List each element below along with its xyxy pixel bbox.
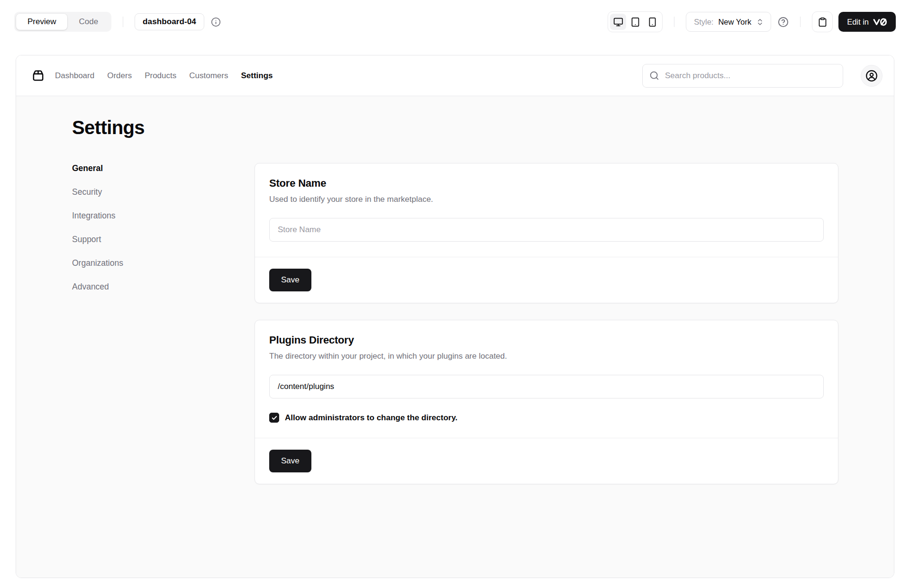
circle-user-icon bbox=[865, 70, 878, 82]
app-header: Dashboard Orders Products Customers Sett… bbox=[16, 55, 894, 96]
store-name-input[interactable] bbox=[269, 218, 824, 242]
block-name-badge: dashboard-04 bbox=[135, 13, 204, 30]
edit-in-v0-button[interactable]: Edit in bbox=[838, 12, 896, 32]
card-title: Store Name bbox=[269, 177, 824, 190]
style-value: New York bbox=[718, 18, 751, 27]
settings-cards: Store Name Used to identify your store i… bbox=[255, 163, 838, 484]
toolbar-divider bbox=[800, 17, 801, 27]
nav-item-dashboard[interactable]: Dashboard bbox=[55, 71, 94, 81]
preview-toolbar: Preview Code dashboard-04 bbox=[14, 11, 896, 32]
tablet-view-button[interactable] bbox=[627, 14, 643, 30]
plugins-directory-card: Plugins Directory The directory within y… bbox=[255, 320, 838, 484]
sidebar-item-support[interactable]: Support bbox=[72, 234, 255, 245]
view-toggle: Preview Code bbox=[14, 12, 111, 32]
block-info-button[interactable] bbox=[211, 17, 221, 27]
mobile-view-button[interactable] bbox=[644, 14, 660, 30]
clipboard-icon bbox=[818, 17, 828, 27]
device-size-toggle bbox=[608, 11, 663, 32]
card-footer: Save bbox=[255, 438, 838, 484]
sidebar-item-advanced[interactable]: Advanced bbox=[72, 281, 255, 292]
sidebar-item-integrations[interactable]: Integrations bbox=[72, 210, 255, 221]
nav-item-products[interactable]: Products bbox=[145, 71, 176, 81]
store-name-card: Store Name Used to identify your store i… bbox=[255, 163, 838, 303]
style-select[interactable]: Style: New York bbox=[686, 12, 771, 32]
nav-item-orders[interactable]: Orders bbox=[107, 71, 132, 81]
card-description: The directory within your project, in wh… bbox=[269, 352, 824, 361]
copy-code-button[interactable] bbox=[812, 11, 833, 32]
edit-in-v0-label: Edit in bbox=[847, 18, 869, 27]
desktop-view-button[interactable] bbox=[610, 14, 626, 30]
v0-logo-icon bbox=[873, 18, 887, 26]
style-help-button[interactable] bbox=[778, 17, 789, 27]
code-tab[interactable]: Code bbox=[67, 14, 109, 30]
block-preview-frame: Dashboard Orders Products Customers Sett… bbox=[16, 55, 894, 578]
nav-item-settings[interactable]: Settings bbox=[241, 71, 273, 81]
settings-page: Settings General Security Integrations S… bbox=[16, 96, 894, 578]
sidebar-item-general[interactable]: General bbox=[72, 163, 255, 174]
card-description: Used to identify your store in the marke… bbox=[269, 195, 824, 204]
nav-item-customers[interactable]: Customers bbox=[189, 71, 228, 81]
search-box bbox=[642, 64, 843, 88]
sidebar-item-organizations[interactable]: Organizations bbox=[72, 258, 255, 269]
sidebar-item-security[interactable]: Security bbox=[72, 187, 255, 198]
smartphone-icon bbox=[647, 17, 657, 27]
monitor-icon bbox=[613, 17, 623, 27]
app-nav: Dashboard Orders Products Customers Sett… bbox=[55, 71, 273, 81]
check-icon bbox=[271, 415, 278, 421]
user-menu-button[interactable] bbox=[861, 65, 883, 87]
chevrons-up-down-icon bbox=[756, 18, 764, 26]
page-title: Settings bbox=[72, 117, 838, 138]
card-footer: Save bbox=[255, 257, 838, 303]
toolbar-divider bbox=[123, 17, 123, 27]
toolbar-divider bbox=[674, 17, 674, 27]
package-icon[interactable] bbox=[31, 69, 45, 82]
allow-admins-label[interactable]: Allow administrators to change the direc… bbox=[285, 413, 457, 423]
save-button[interactable]: Save bbox=[269, 450, 311, 472]
toolbar-right: Style: New York Edit in bbox=[608, 11, 896, 32]
help-circle-icon bbox=[778, 17, 789, 27]
settings-sidebar: General Security Integrations Support Or… bbox=[72, 163, 255, 292]
save-button[interactable]: Save bbox=[269, 269, 311, 291]
allow-admins-checkbox[interactable] bbox=[269, 413, 279, 423]
allow-admins-row: Allow administrators to change the direc… bbox=[269, 413, 824, 423]
search-input[interactable] bbox=[642, 64, 843, 88]
card-title: Plugins Directory bbox=[269, 334, 824, 346]
preview-tab[interactable]: Preview bbox=[16, 14, 67, 30]
info-icon bbox=[211, 17, 221, 27]
plugins-directory-input[interactable] bbox=[269, 375, 824, 398]
style-label: Style: bbox=[694, 18, 713, 27]
tablet-icon bbox=[630, 17, 640, 27]
